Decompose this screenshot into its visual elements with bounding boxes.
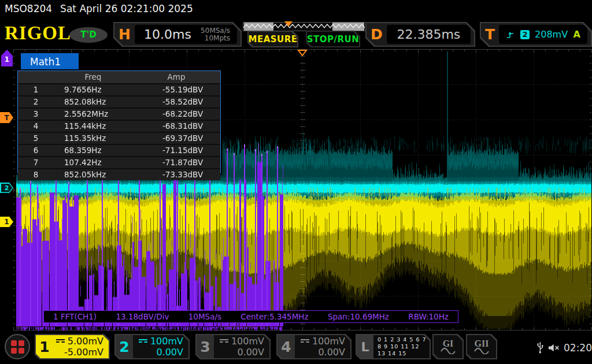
dc-coupling-icon xyxy=(139,339,147,345)
math1-panel[interactable]: Math1 Freq Amp 19.7656Hz-55.19dBV 2852.0… xyxy=(17,53,221,174)
stop-run-label: STOP/RUN xyxy=(307,34,360,44)
fft-center: Center:5.345MHz xyxy=(240,312,308,321)
trigger-source-badge: 2 xyxy=(520,30,530,39)
h-label: H xyxy=(114,26,135,43)
trigger-position-icon[interactable] xyxy=(297,50,308,57)
sine-wave-icon xyxy=(474,348,489,354)
delay-panel[interactable]: D 22.385ms xyxy=(365,22,475,47)
math1-tab[interactable]: Math1 xyxy=(21,53,79,70)
table-row: 2852.08kHz-58.52dBV xyxy=(18,96,220,107)
speaker-muted-icon[interactable] xyxy=(548,343,560,352)
t-label: T xyxy=(481,26,499,43)
math1-table: Freq Amp 19.7656Hz-55.19dBV 2852.08kHz-5… xyxy=(17,70,221,173)
fft-sample-rate: 10MSa/s xyxy=(188,312,221,321)
channel-2-pill[interactable]: 2 100mV0.00V xyxy=(114,334,190,359)
logic-label: L xyxy=(357,335,373,358)
fft-span: Span:10.69MHz xyxy=(328,312,389,321)
measure-button[interactable]: MEASURE xyxy=(247,31,298,47)
d-label: D xyxy=(367,26,387,43)
ch2-number: 2 xyxy=(116,335,133,358)
rigol-logo: RIGOL xyxy=(5,23,71,43)
waveform-overview-strip[interactable] xyxy=(243,22,367,31)
col-freq: Freq xyxy=(54,71,132,83)
logic-channels-pill[interactable]: L 0 1 2 3 4 5 6 78 9 10 11 12 13 14 15 xyxy=(356,334,431,359)
dc-coupling-icon xyxy=(56,339,65,345)
clock: 02:20 xyxy=(564,342,592,354)
col-amp: Amp xyxy=(132,71,220,83)
overview-trigger-marker-icon[interactable] xyxy=(284,21,293,27)
ch4-offset: 0.00V xyxy=(295,347,345,358)
table-row: 8852.05kHz-73.33dBV xyxy=(18,169,220,180)
menu-grid-icon xyxy=(11,340,24,354)
horizontal-timebase-panel[interactable]: H 10.0ms 50MSa/s10Mpts xyxy=(113,22,242,47)
delay-value: 22.385ms xyxy=(387,27,471,42)
table-row: 7107.42Hz-71.87dBV xyxy=(18,157,220,168)
gen1-label: GI xyxy=(443,339,454,348)
fft-info-bar[interactable]: 1 FFT(CH1) 13.18dBV/Div 10MSa/s Center:5… xyxy=(43,310,458,323)
ch3-scale: 100mV xyxy=(231,336,264,347)
channel-4-pill[interactable]: 4 100mV0.00V xyxy=(276,334,352,359)
ch1-scale: 5.00mV xyxy=(68,336,103,347)
status-bar: MSO8204Sat April 26 02:21:00 2025 xyxy=(0,0,592,17)
datetime: Sat April 26 02:21:00 2025 xyxy=(60,3,193,14)
ch3-offset: 0.00V xyxy=(214,347,264,358)
rising-edge-icon xyxy=(506,30,515,39)
ch1-number: 1 xyxy=(36,335,53,358)
table-row: 4115.44kHz-68.31dBV xyxy=(18,121,220,132)
table-row: 32.5562MHz-68.22dBV xyxy=(18,109,220,120)
ch1-offset: -5.00mV xyxy=(53,347,103,358)
usb-icon xyxy=(536,341,544,354)
gen2-label: GII xyxy=(475,339,489,348)
sine-wave-icon xyxy=(441,348,456,354)
ch4-number: 4 xyxy=(278,335,295,358)
overview-zigzag xyxy=(243,23,365,29)
ch2-scale: 100mV xyxy=(150,336,183,347)
channel-3-pill[interactable]: 3 100mV0.00V xyxy=(195,334,271,359)
fft-rbw: RBW:10Hz xyxy=(408,312,449,321)
dc-coupling-icon xyxy=(220,339,228,345)
logic-row-1: 0 1 2 3 4 5 6 7 xyxy=(378,336,430,343)
ch2-offset: 0.00V xyxy=(133,347,183,358)
logic-row-2: 8 9 10 11 12 13 14 15 xyxy=(378,343,430,357)
table-row: 668.359Hz-71.15dBV xyxy=(18,145,220,156)
trigger-panel[interactable]: T 2 208mV A xyxy=(480,22,592,47)
stop-run-button[interactable]: STOP/RUN xyxy=(306,31,360,47)
table-row: 19.7656Hz-55.19dBV xyxy=(18,84,220,95)
model-name: MSO8204 xyxy=(5,3,52,14)
ch3-number: 3 xyxy=(197,335,214,358)
timebase-value: 10.0ms xyxy=(135,27,201,42)
dc-coupling-icon xyxy=(301,339,309,345)
trigger-level: 208mV xyxy=(535,29,568,40)
menu-button[interactable] xyxy=(5,334,30,359)
channel-1-pill[interactable]: 1 5.00mV-5.00mV xyxy=(35,334,110,359)
fft-source: 1 FFT(CH1) xyxy=(53,312,97,321)
sample-rate: 50MSa/s xyxy=(201,27,230,35)
generator-1-button[interactable]: GI xyxy=(432,334,464,359)
memory-depth: 10Mpts xyxy=(205,34,230,42)
fft-scale: 13.18dBV/Div xyxy=(116,312,169,321)
measure-label: MEASURE xyxy=(248,34,297,44)
table-row: 5115.35kHz-69.37dBV xyxy=(18,133,220,144)
trigger-mode: A xyxy=(574,29,587,40)
trigger-status-badge: T'D xyxy=(69,27,108,43)
oscilloscope-screen: MSO8204Sat April 26 02:21:00 2025 RIGOL … xyxy=(0,0,592,364)
generator-2-button[interactable]: GII xyxy=(466,334,497,359)
table-header: Freq Amp xyxy=(18,71,220,83)
ch4-scale: 100mV xyxy=(312,336,345,347)
